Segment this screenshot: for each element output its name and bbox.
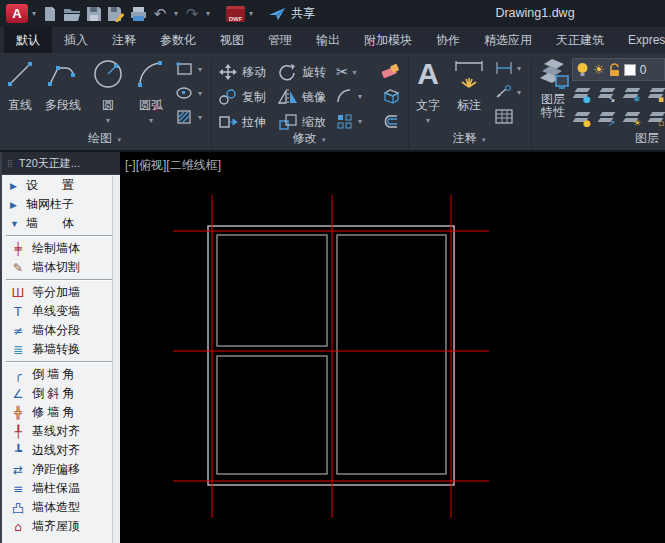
- palette-item-wall-corner[interactable]: ╭倒 墙 角: [4, 365, 114, 384]
- palette-group-0[interactable]: ▶设 置: [4, 176, 114, 195]
- room-outline-0[interactable]: [217, 235, 327, 346]
- polyline-button[interactable]: 多段线: [40, 55, 86, 114]
- ribbon-tab-6[interactable]: 输出: [304, 27, 352, 53]
- table-button[interactable]: [495, 109, 513, 124]
- layer-thaw2-button[interactable]: ☀: [623, 110, 645, 130]
- palette-group-1[interactable]: ▶轴网柱子: [4, 195, 114, 214]
- palette-item-fix-corner[interactable]: ╬修 墙 角: [4, 403, 114, 422]
- chevron-down-icon[interactable]: ▾: [356, 117, 364, 126]
- ribbon-tab-5[interactable]: 管理: [256, 27, 304, 53]
- array-button[interactable]: ▾: [336, 113, 364, 129]
- trim-button[interactable]: ✂ ▾: [336, 63, 359, 81]
- triangle-down-icon[interactable]: ▼: [10, 219, 20, 229]
- chevron-down-icon[interactable]: ▾: [196, 89, 204, 98]
- viewport-controls[interactable]: [-][俯视][二维线框]: [125, 157, 221, 174]
- draw-panel-label[interactable]: 绘图 ▾: [0, 130, 211, 147]
- dimension-button[interactable]: 标注: [449, 55, 489, 114]
- circle-button[interactable]: 圆 ▾: [88, 55, 128, 125]
- offset-button[interactable]: [380, 113, 400, 129]
- undo-icon[interactable]: ↶: [150, 4, 170, 24]
- layer-match-button[interactable]: ↘: [598, 86, 620, 106]
- app-menu-icon[interactable]: A: [6, 4, 28, 23]
- palette-item-wall-cut[interactable]: ✎墙体切割: [4, 258, 114, 277]
- palette-item-clear-offset[interactable]: ⇄净距偏移: [4, 460, 114, 479]
- rotate-button[interactable]: 旋转: [278, 63, 326, 81]
- leader-button[interactable]: ▾: [495, 85, 523, 99]
- copy-button[interactable]: 复制: [218, 88, 266, 106]
- save-icon[interactable]: [84, 4, 104, 24]
- cad-canvas[interactable]: [120, 152, 665, 543]
- mirror-button[interactable]: 镜像: [278, 88, 326, 106]
- ribbon-tab-7[interactable]: 附加模块: [352, 27, 424, 53]
- palette-item-line-to-wall[interactable]: T单线变墙: [4, 302, 114, 321]
- fillet-button[interactable]: ▾: [336, 88, 364, 104]
- erase-button[interactable]: [380, 63, 400, 79]
- layer-isolate-button[interactable]: ●: [573, 110, 595, 130]
- palette-item-wall-shape[interactable]: 凸墙体造型: [4, 498, 114, 517]
- palette-item-equal-divide-wall[interactable]: Ш等分加墙: [4, 283, 114, 302]
- chevron-down-icon[interactable]: ▾: [515, 64, 523, 73]
- palette-item-edge-align[interactable]: ┺边线对齐: [4, 441, 114, 460]
- chevron-down-icon[interactable]: ▾: [351, 68, 359, 77]
- undo-dropdown-icon[interactable]: ▾: [172, 9, 180, 18]
- layer-selector[interactable]: ☀ 0: [572, 58, 665, 81]
- save-as-icon[interactable]: [106, 4, 126, 24]
- share-button[interactable]: 共享: [291, 5, 315, 22]
- palette-title-bar[interactable]: ⣿ T20天正建...: [2, 152, 122, 175]
- layer-unlock2-button[interactable]: ▫: [648, 110, 665, 130]
- palette-item-insulation[interactable]: ≡墙柱保温: [4, 479, 114, 498]
- room-outline-1[interactable]: [217, 356, 327, 474]
- chevron-down-icon[interactable]: ▾: [411, 116, 445, 125]
- chevron-down-icon[interactable]: ▾: [30, 9, 38, 18]
- line-button[interactable]: 直线: [2, 55, 38, 114]
- move-button[interactable]: 移动: [218, 63, 266, 81]
- open-file-icon[interactable]: [62, 4, 82, 24]
- modify-panel-label[interactable]: 修改 ▾: [212, 130, 408, 147]
- arc-button[interactable]: 圆弧 ▾: [130, 55, 172, 125]
- export-dwf-icon[interactable]: DWF: [226, 6, 245, 22]
- room-outline-2[interactable]: [337, 235, 446, 474]
- layer-freeze-button[interactable]: ❄: [623, 86, 645, 106]
- redo-dropdown-icon[interactable]: ▾: [204, 9, 212, 18]
- palette-scrollbar[interactable]: [112, 176, 120, 543]
- layer-properties-button[interactable]: 图层特性: [536, 55, 570, 119]
- stretch-button[interactable]: 拉伸: [218, 113, 266, 131]
- explode-button[interactable]: [380, 88, 400, 105]
- palette-item-draw-wall[interactable]: ╪绘制墙体: [4, 239, 114, 258]
- chevron-down-icon[interactable]: ▾: [356, 92, 364, 101]
- ribbon-tab-0[interactable]: 默认: [4, 27, 52, 53]
- dwf-dropdown-icon[interactable]: ▾: [247, 9, 255, 18]
- rectangle-button[interactable]: ▾: [176, 61, 204, 77]
- chevron-down-icon[interactable]: ▾: [196, 113, 204, 122]
- ribbon-tab-1[interactable]: 插入: [52, 27, 100, 53]
- ribbon-tab-10[interactable]: 天正建筑: [544, 27, 616, 53]
- grip-icon[interactable]: ⣿: [7, 159, 14, 168]
- layer-panel-label[interactable]: 图层: [635, 130, 659, 147]
- chevron-down-icon[interactable]: ▾: [88, 116, 128, 125]
- palette-item-wall-to-roof[interactable]: ⌂墙齐屋顶: [4, 517, 114, 536]
- palette-item-curtain-wall[interactable]: ≣幕墙转换: [4, 340, 114, 359]
- palette-group-2[interactable]: ▼墙 体: [4, 214, 114, 233]
- share-plane-icon[interactable]: [267, 4, 287, 24]
- chevron-down-icon[interactable]: ▾: [130, 116, 172, 125]
- ribbon-tab-8[interactable]: 协作: [424, 27, 472, 53]
- redo-icon[interactable]: ↷: [182, 4, 202, 24]
- ribbon-tab-4[interactable]: 视图: [208, 27, 256, 53]
- scale-button[interactable]: 缩放: [278, 113, 326, 131]
- hatch-button[interactable]: ▾: [176, 109, 204, 125]
- palette-item-wall-segment[interactable]: ≠墙体分段: [4, 321, 114, 340]
- new-file-icon[interactable]: [40, 4, 60, 24]
- text-button[interactable]: A 文字 ▾: [411, 55, 445, 125]
- drawing-viewport[interactable]: [-][俯视][二维线框]: [120, 152, 665, 543]
- chevron-down-icon[interactable]: ▾: [196, 65, 204, 74]
- ribbon-tab-3[interactable]: 参数化: [148, 27, 208, 53]
- ribbon-tab-11[interactable]: Express Tools: [616, 27, 665, 53]
- layer-lock-button[interactable]: ▪: [648, 86, 665, 106]
- triangle-right-icon[interactable]: ▶: [10, 181, 20, 191]
- ribbon-tab-9[interactable]: 精选应用: [472, 27, 544, 53]
- triangle-right-icon[interactable]: ▶: [10, 200, 20, 210]
- annotate-panel-label[interactable]: 注释 ▾: [409, 130, 531, 147]
- palette-item-baseline-align[interactable]: ╀基线对齐: [4, 422, 114, 441]
- plot-icon[interactable]: [128, 4, 148, 24]
- ribbon-tab-2[interactable]: 注释: [100, 27, 148, 53]
